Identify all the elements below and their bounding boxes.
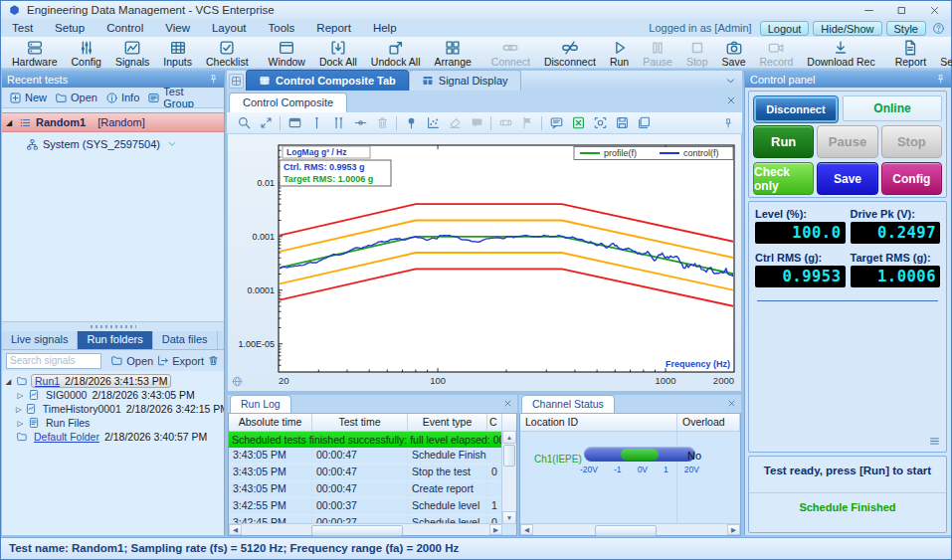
toolbar-button-signals[interactable]: Signals [108,37,156,68]
run-tree-item-timehistory0001[interactable]: ▷TimeHistory00012/18/2026 3:42:15 PM [4,402,222,416]
pin-icon[interactable] [208,74,219,85]
snapshot-icon[interactable] [593,115,608,130]
run-log-horizontal-scrollbar[interactable]: ◀ ▶ [229,523,502,535]
open-test-button[interactable]: Open [52,91,100,105]
menu-view[interactable]: View [154,22,201,34]
hide-show-button[interactable]: Hide/Show [813,21,881,36]
toolbar-button-checklist[interactable]: Checklist [199,37,256,68]
splitter-handle[interactable] [2,322,224,331]
cursor-icon[interactable] [309,115,324,130]
scroll-thumb[interactable] [503,445,515,467]
col-overload[interactable]: Overload [677,414,740,431]
toolbar-button-undock-all[interactable]: Undock All [364,37,428,68]
toolbar-button-config[interactable]: Config [65,37,108,68]
toolbar-button-download-rec[interactable]: Download Rec [800,37,881,68]
scroll-up-icon[interactable]: ▲ [502,431,516,444]
chart-pin-icon[interactable] [722,117,734,129]
control-composite-chart[interactable]: 0.010.0010.00011.00E-052010010002000LogM… [228,134,741,391]
expander-collapsed-icon[interactable]: ▷ [16,419,25,428]
scroll-right-icon[interactable]: ▶ [727,524,740,535]
globe-icon[interactable] [231,375,244,388]
run-tree-item-run-files[interactable]: ▷Run Files [4,416,222,430]
run-log-row[interactable]: 3:42:55 PM00:00:37Schedule level1 [229,498,516,515]
menu-report[interactable]: Report [305,22,362,34]
scroll-left-icon[interactable]: ◀ [520,524,533,535]
test-item-random1[interactable]: ◢ Random1 [Random] [2,112,224,132]
config-button[interactable]: Config [881,162,942,195]
tab-signal-display[interactable]: Signal Display [409,70,521,91]
toolbar-button-run[interactable]: Run [603,37,636,68]
menu-help[interactable]: Help [362,22,408,34]
tab-data-files[interactable]: Data files [153,331,218,349]
save-button[interactable]: Save [817,162,877,195]
toolbar-button-dock-all[interactable]: Dock All [312,37,364,68]
run-button[interactable]: Run [753,125,814,158]
channel-row[interactable]: Ch1(IEPE) -20V -1 0V 1 20V No [520,432,740,524]
run-tree-item-label[interactable]: Default Folder [34,431,99,443]
help-icon[interactable] [932,22,945,35]
expander-expanded-icon[interactable]: ◢ [6,118,15,127]
run-log-tab[interactable]: Run Log [230,395,291,413]
scroll-down-icon[interactable]: ▼ [502,511,516,524]
expander-expanded-icon[interactable]: ◢ [4,377,13,386]
col-absolute-time[interactable]: Absolute time [229,414,312,431]
tab-control-composite[interactable]: Control Composite Tab [246,70,409,91]
scroll-thumb[interactable] [595,525,657,536]
toolbar-button-disconnect[interactable]: Disconnect [537,37,603,68]
style-button[interactable]: Style [886,21,926,36]
run-log-row[interactable]: 3:43:05 PM00:00:47Create report [229,481,516,498]
note-icon[interactable] [549,115,564,130]
excel-export-icon[interactable] [571,115,586,130]
fit-icon[interactable] [259,115,274,130]
cursor-horizontal-icon[interactable] [353,115,368,130]
disconnect-button[interactable]: Disconnect [753,95,839,123]
col-comment[interactable]: C [487,414,502,431]
check-only-button[interactable]: Check only [753,162,814,195]
toolbar-button-inputs[interactable]: Inputs [156,37,199,68]
tab-run-folders[interactable]: Run folders [78,331,152,349]
scroll-thumb[interactable] [311,525,403,536]
tree-item-system[interactable]: System (SYS_2597504) [2,135,224,153]
toolbar-button-save[interactable]: Save [715,37,753,68]
pin-icon[interactable] [935,74,946,85]
run-log-vertical-scrollbar[interactable]: ▲ ▼ [501,431,516,524]
close-button[interactable] [918,1,951,19]
channel-status-close-icon[interactable] [727,399,736,408]
run-tree-item-label[interactable]: Run1 [35,375,60,387]
dock-handle-icon[interactable] [229,74,244,89]
menu-lines-icon[interactable] [928,435,941,448]
chevron-down-icon[interactable] [167,139,177,149]
open-folder-button[interactable]: Open [110,354,153,367]
toolbar-button-settings[interactable]: Settings [933,37,952,68]
col-event-type[interactable]: Event type [408,414,487,431]
layers-icon[interactable] [637,115,652,130]
menu-setup[interactable]: Setup [44,22,95,34]
save-image-icon[interactable] [615,115,630,130]
search-signals-input[interactable] [6,353,101,369]
trash-icon[interactable] [207,354,220,367]
toolbar-button-arrange[interactable]: Arrange [427,37,477,68]
menu-test[interactable]: Test [1,22,44,34]
run-log-row[interactable]: 3:43:05 PM00:00:47Schedule Finish... [229,448,516,465]
toolbar-button-window[interactable]: Window [262,37,312,68]
channel-horizontal-scrollbar[interactable]: ◀ ▶ [520,523,740,535]
export-button[interactable]: Export [156,354,204,367]
legend-card-icon[interactable] [287,115,302,130]
menu-control[interactable]: Control [95,22,154,34]
run-log-banner[interactable]: Scheduled tests finished successfully: f… [229,432,502,448]
run-tree-item-sig0000[interactable]: ▷SIG00002/18/2026 3:43:05 PM [4,388,222,402]
run-log-row[interactable]: 3:43:05 PM00:00:47Stop the test0 [229,465,516,481]
cursor-pair-icon[interactable] [331,115,346,130]
expander-collapsed-icon[interactable]: ▷ [16,405,22,414]
tab-list-chevron-icon[interactable] [725,76,736,87]
toolbar-button-hardware[interactable]: Hardware [5,37,65,68]
zoom-icon[interactable] [237,115,252,130]
run-log-close-icon[interactable] [503,399,512,408]
tab-live-signals[interactable]: Live signals [2,331,78,349]
test-info-button[interactable]: Info [102,91,142,105]
channel-status-tab[interactable]: Channel Status [521,395,615,413]
menu-tools[interactable]: Tools [257,22,305,34]
scroll-left-icon[interactable]: ◀ [229,524,242,535]
doc-tab-control-composite[interactable]: Control Composite [229,93,347,112]
close-panel-icon[interactable] [726,95,736,105]
